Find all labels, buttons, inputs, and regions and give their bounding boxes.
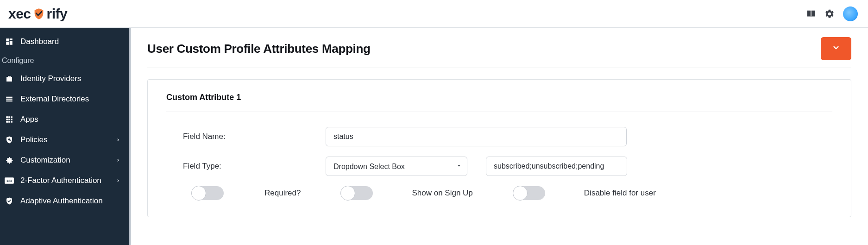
sidebar-item-identity-providers[interactable]: Identity Providers <box>0 69 129 89</box>
shield-search-icon <box>5 135 14 144</box>
svg-rect-12 <box>11 119 13 120</box>
main-content: User Custom Profile Attributes Mapping C… <box>131 28 868 245</box>
shield-icon <box>32 7 45 20</box>
chevron-right-icon <box>114 157 122 164</box>
brand-text-2: rify <box>47 6 68 22</box>
field-type-row: Field Type: Dropdown Select Box <box>166 157 832 176</box>
required-label: Required? <box>264 188 301 198</box>
header-actions <box>806 6 858 21</box>
field-name-row: Field Name: <box>166 127 832 146</box>
required-toggle-group: Required? <box>191 186 301 200</box>
svg-rect-15 <box>11 121 13 123</box>
sidebar-item-label: Customization <box>20 156 108 165</box>
chevron-right-icon <box>114 136 122 144</box>
apps-icon <box>5 115 14 124</box>
chevron-right-icon <box>114 177 122 184</box>
required-toggle[interactable] <box>191 186 224 200</box>
sidebar-item-label: External Directories <box>20 94 125 104</box>
field-type-label: Field Type: <box>166 162 326 171</box>
disable-for-user-label: Disable field for user <box>584 188 656 198</box>
disable-for-user-toggle-group: Disable field for user <box>513 186 656 200</box>
field-name-label: Field Name: <box>166 132 326 141</box>
list-icon <box>5 94 14 104</box>
sidebar-item-apps[interactable]: Apps <box>0 109 129 130</box>
svg-rect-10 <box>6 119 8 120</box>
page-title-row: User Custom Profile Attributes Mapping <box>147 37 851 68</box>
svg-rect-14 <box>8 121 10 123</box>
puzzle-icon <box>5 156 14 165</box>
custom-attribute-card: Custom Attribute 1 Field Name: Field Typ… <box>147 79 851 217</box>
show-on-signup-label: Show on Sign Up <box>412 188 472 198</box>
sidebar-item-dashboard[interactable]: Dashboard <box>0 31 129 52</box>
svg-rect-7 <box>6 116 8 118</box>
svg-rect-2 <box>10 41 13 45</box>
collapse-button[interactable] <box>821 37 851 60</box>
book-icon[interactable] <box>806 9 816 19</box>
toggle-row: Required? Show on Sign Up Disable field … <box>166 186 832 200</box>
avatar[interactable] <box>843 6 858 21</box>
brand-logo: xec rify <box>8 6 67 22</box>
svg-rect-0 <box>6 38 9 41</box>
sidebar-item-label: Apps <box>20 115 125 124</box>
divider <box>166 112 832 112</box>
card-title: Custom Attribute 1 <box>166 93 832 102</box>
sidebar-item-label: Identity Providers <box>20 74 125 83</box>
svg-text:123: 123 <box>6 179 13 183</box>
sidebar-item-label: Adaptive Authentication <box>20 196 125 206</box>
show-on-signup-toggle[interactable] <box>340 186 373 200</box>
svg-rect-8 <box>8 116 10 118</box>
sidebar-item-label: Dashboard <box>20 37 125 46</box>
sidebar-item-adaptive-auth[interactable]: Adaptive Authentication <box>0 191 129 211</box>
svg-rect-9 <box>11 116 13 118</box>
field-name-input[interactable] <box>326 127 627 146</box>
sidebar-item-external-directories[interactable]: External Directories <box>0 89 129 109</box>
dashboard-icon <box>5 37 14 46</box>
svg-rect-5 <box>6 99 13 100</box>
briefcase-icon <box>5 74 14 83</box>
gear-icon[interactable] <box>824 9 835 19</box>
field-options-input[interactable] <box>486 157 627 176</box>
svg-rect-11 <box>8 119 10 120</box>
keypad-icon: 123 <box>5 176 14 185</box>
sidebar-item-2fa[interactable]: 123 2-Factor Authentication <box>0 170 129 191</box>
sidebar-item-label: 2-Factor Authentication <box>20 176 108 185</box>
svg-rect-1 <box>10 38 13 40</box>
svg-rect-3 <box>6 42 9 45</box>
disable-for-user-toggle[interactable] <box>513 186 545 200</box>
shield-check-icon <box>5 196 14 206</box>
svg-rect-13 <box>6 121 8 123</box>
sidebar-item-label: Policies <box>20 135 108 144</box>
svg-rect-6 <box>6 101 13 101</box>
chevron-down-icon <box>832 44 840 54</box>
svg-rect-4 <box>6 97 13 98</box>
sidebar-section-configure: Configure <box>0 52 129 69</box>
show-on-signup-toggle-group: Show on Sign Up <box>340 186 472 200</box>
sidebar-item-customization[interactable]: Customization <box>0 150 129 170</box>
sidebar-item-policies[interactable]: Policies <box>0 130 129 150</box>
field-type-select[interactable]: Dropdown Select Box <box>326 157 467 176</box>
page-title: User Custom Profile Attributes Mapping <box>147 42 371 56</box>
sidebar: Dashboard Configure Identity Providers E… <box>0 28 131 245</box>
top-header: xec rify <box>0 0 868 28</box>
brand-text-1: xec <box>8 6 31 22</box>
